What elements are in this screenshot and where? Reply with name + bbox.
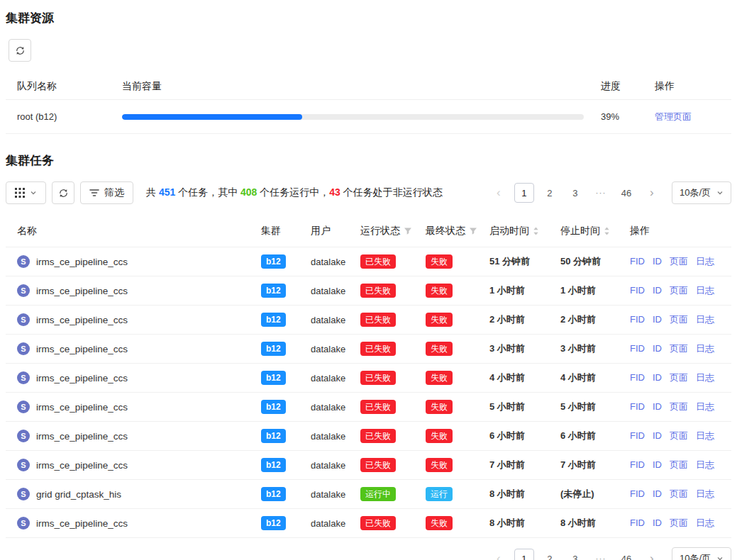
id-link[interactable]: ID (653, 285, 662, 296)
id-link[interactable]: ID (653, 488, 662, 499)
stop-time: 3 小时前 (555, 335, 624, 364)
log-link[interactable]: 日志 (696, 459, 714, 470)
filter-button-label: 筛选 (104, 186, 124, 199)
run-status-badge: 已失败 (360, 400, 396, 414)
fid-link[interactable]: FID (630, 401, 645, 412)
sorter-icon[interactable] (604, 226, 610, 236)
filter-button[interactable]: 筛选 (80, 181, 133, 204)
filter-funnel-icon[interactable] (404, 227, 412, 235)
log-link[interactable]: 日志 (696, 343, 714, 354)
fid-link[interactable]: FID (630, 314, 645, 325)
fid-link[interactable]: FID (630, 459, 645, 470)
final-status-badge: 失败 (426, 254, 453, 269)
page-link[interactable]: 页面 (670, 517, 688, 528)
log-link[interactable]: 日志 (696, 401, 714, 412)
refresh-tasks-button[interactable] (52, 181, 74, 204)
page-number-46[interactable]: 46 (616, 183, 636, 203)
prev-page-button[interactable]: ‹ (489, 549, 509, 560)
column-settings-dropdown[interactable] (6, 181, 46, 204)
run-status-badge: 运行中 (360, 487, 396, 501)
prev-page-button[interactable]: ‹ (489, 183, 509, 203)
user-column-label: 用户 (311, 225, 331, 236)
stop-time: 50 分钟前 (555, 247, 624, 276)
final-status-badge: 失败 (426, 400, 453, 414)
page-number-3[interactable]: 3 (565, 183, 585, 203)
manage-page-link[interactable]: 管理页面 (655, 111, 720, 123)
log-link[interactable]: 日志 (696, 314, 714, 325)
id-link[interactable]: ID (653, 343, 662, 354)
id-link[interactable]: ID (653, 430, 662, 441)
fid-link[interactable]: FID (630, 343, 645, 354)
start-time-column-header: 启动时间 (484, 215, 555, 247)
page-link[interactable]: 页面 (670, 285, 688, 296)
log-link[interactable]: 日志 (696, 285, 714, 296)
fid-link[interactable]: FID (630, 517, 645, 528)
cluster-badge: b12 (261, 429, 286, 443)
log-link[interactable]: 日志 (696, 517, 714, 528)
id-link[interactable]: ID (653, 517, 662, 528)
run-status-badge: 已失败 (360, 516, 396, 530)
next-page-button[interactable]: › (642, 183, 662, 203)
stop-time: 5 小时前 (555, 393, 624, 422)
id-link[interactable]: ID (653, 256, 662, 267)
id-link[interactable]: ID (653, 401, 662, 412)
start-time: 4 小时前 (484, 364, 555, 393)
table-row: S irms_ce_pipeline_ccs b12 datalake 已失败 … (6, 335, 731, 364)
log-link[interactable]: 日志 (696, 430, 714, 441)
sorter-icon[interactable] (533, 226, 539, 236)
top-pagination: ‹ 1 2 3 ··· 46 › 10条/页 (489, 181, 731, 204)
fid-link[interactable]: FID (630, 256, 645, 267)
log-link[interactable]: 日志 (696, 256, 714, 267)
page-link[interactable]: 页面 (670, 488, 688, 499)
run-status-badge: 已失败 (360, 254, 396, 269)
fid-link[interactable]: FID (630, 430, 645, 441)
cluster-badge: b12 (261, 400, 286, 414)
avatar: S (17, 517, 30, 530)
page-link[interactable]: 页面 (670, 314, 688, 325)
page-size-select[interactable]: 10条/页 (672, 547, 731, 560)
fid-link[interactable]: FID (630, 488, 645, 499)
avatar: S (17, 371, 30, 384)
queue-name-header: 队列名称 (17, 80, 105, 93)
stop-time: 2 小时前 (555, 306, 624, 335)
start-time: 1 小时前 (484, 276, 555, 306)
page-link[interactable]: 页面 (670, 459, 688, 470)
user-name: datalake (305, 247, 355, 276)
fid-link[interactable]: FID (630, 372, 645, 383)
refresh-button[interactable] (9, 39, 31, 62)
stop-time: 8 小时前 (555, 509, 624, 538)
actions-column-label: 操作 (630, 225, 650, 236)
grid-icon (15, 188, 25, 198)
id-link[interactable]: ID (653, 372, 662, 383)
page-link[interactable]: 页面 (670, 401, 688, 412)
cluster-badge: b12 (261, 342, 286, 356)
start-time: 5 小时前 (484, 393, 555, 422)
log-link[interactable]: 日志 (696, 488, 714, 499)
log-link[interactable]: 日志 (696, 372, 714, 383)
table-row: S irms_ce_pipeline_ccs b12 datalake 已失败 … (6, 276, 731, 306)
page-link[interactable]: 页面 (670, 430, 688, 441)
stop-time: 4 小时前 (555, 364, 624, 393)
filter-lines-icon (89, 189, 99, 197)
page-number-2[interactable]: 2 (540, 183, 560, 203)
page-ellipsis[interactable]: ··· (591, 549, 611, 560)
page-ellipsis[interactable]: ··· (591, 183, 611, 203)
fid-link[interactable]: FID (630, 285, 645, 296)
user-name: datalake (305, 451, 355, 480)
task-name: irms_ce_pipeline_ccs (36, 402, 128, 413)
page-number-3[interactable]: 3 (565, 549, 585, 560)
page-number-46[interactable]: 46 (616, 549, 636, 560)
page-link[interactable]: 页面 (670, 343, 688, 354)
page-link[interactable]: 页面 (670, 256, 688, 267)
page: 集群资源 队列名称 当前容量 进度 操作 (0, 0, 737, 560)
start-time: 8 小时前 (484, 509, 555, 538)
page-link[interactable]: 页面 (670, 372, 688, 383)
filter-funnel-icon[interactable] (469, 227, 477, 235)
id-link[interactable]: ID (653, 314, 662, 325)
page-number-1[interactable]: 1 (514, 183, 534, 203)
page-number-2[interactable]: 2 (540, 549, 560, 560)
id-link[interactable]: ID (653, 459, 662, 470)
page-number-1[interactable]: 1 (514, 549, 534, 560)
next-page-button[interactable]: › (642, 549, 662, 560)
page-size-select[interactable]: 10条/页 (672, 181, 731, 204)
